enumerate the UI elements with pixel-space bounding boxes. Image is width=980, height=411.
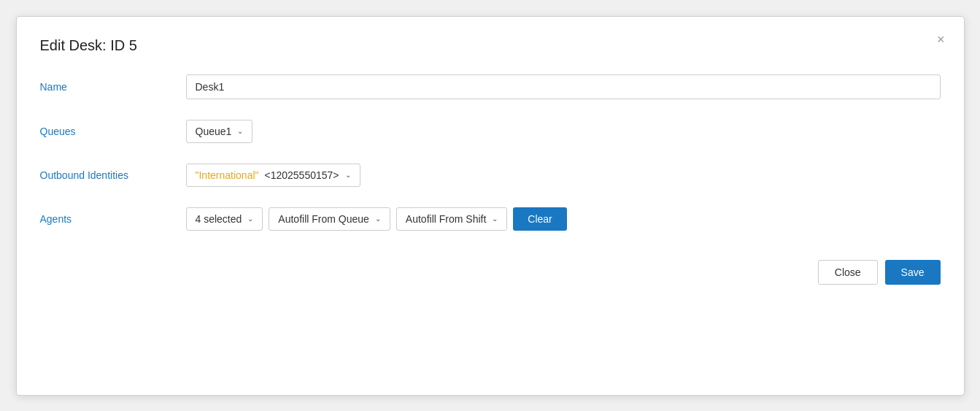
queues-row: Queues Queue1 ⌄ [40, 120, 941, 143]
agents-selected-value: 4 selected [196, 213, 242, 225]
agents-row: Agents 4 selected ⌄ Autofill From Queue … [40, 207, 941, 231]
queues-selected-value: Queue1 [196, 126, 232, 137]
queues-control-area: Queue1 ⌄ [186, 120, 941, 143]
name-label: Name [40, 81, 186, 93]
agents-selected-dropdown[interactable]: 4 selected ⌄ [186, 207, 263, 231]
outbound-row: Outbound Identities "International" <120… [40, 164, 941, 187]
autofill-shift-dropdown[interactable]: Autofill From Shift ⌄ [396, 207, 507, 231]
autofill-shift-label: Autofill From Shift [406, 213, 486, 225]
autofill-queue-chevron-icon: ⌄ [375, 215, 381, 223]
outbound-chevron-icon: ⌄ [345, 171, 351, 179]
agents-controls: 4 selected ⌄ Autofill From Queue ⌄ Autof… [186, 207, 941, 231]
autofill-queue-label: Autofill From Queue [278, 213, 369, 225]
autofill-queue-dropdown[interactable]: Autofill From Queue ⌄ [269, 207, 390, 231]
edit-desk-dialog: Edit Desk: ID 5 × Name Queues Queue1 ⌄ O… [16, 16, 965, 396]
dialog-overlay: Edit Desk: ID 5 × Name Queues Queue1 ⌄ O… [0, 0, 980, 411]
queues-dropdown[interactable]: Queue1 ⌄ [186, 120, 253, 143]
autofill-shift-chevron-icon: ⌄ [492, 215, 498, 223]
footer-close-button[interactable]: Close [818, 260, 878, 285]
queues-label: Queues [40, 126, 186, 137]
name-control-area [186, 74, 941, 99]
outbound-dropdown[interactable]: "International" <12025550157> ⌄ [186, 164, 360, 187]
outbound-label: Outbound Identities [40, 169, 186, 181]
dialog-close-icon-button[interactable]: × [933, 30, 949, 49]
dialog-footer: Close Save [40, 260, 941, 285]
name-row: Name [40, 74, 941, 99]
clear-button[interactable]: Clear [513, 207, 566, 231]
queues-chevron-icon: ⌄ [237, 127, 243, 135]
agents-label: Agents [40, 213, 186, 225]
agents-control-area: 4 selected ⌄ Autofill From Queue ⌄ Autof… [186, 207, 941, 231]
outbound-number-value: <12025550157> [265, 169, 339, 181]
name-input[interactable] [186, 74, 941, 99]
footer-save-button[interactable]: Save [885, 260, 941, 285]
outbound-control-area: "International" <12025550157> ⌄ [186, 164, 941, 187]
dialog-title: Edit Desk: ID 5 [40, 37, 941, 54]
outbound-name-value: "International" [196, 169, 259, 181]
agents-selected-chevron-icon: ⌄ [247, 215, 253, 223]
